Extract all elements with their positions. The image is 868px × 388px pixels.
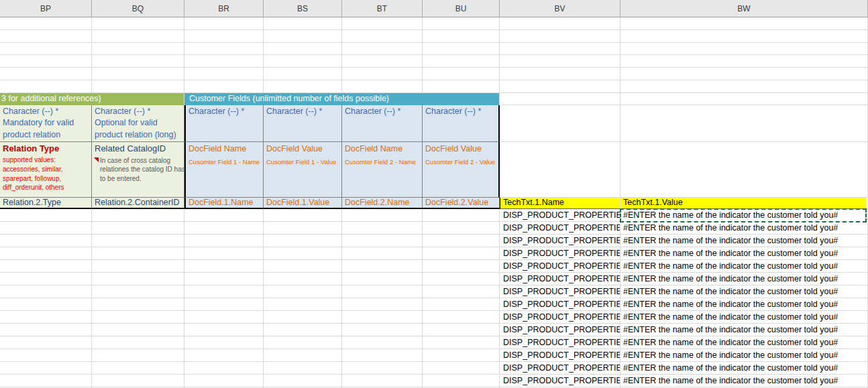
cell-empty[interactable] [264, 247, 342, 260]
cell-empty[interactable] [0, 362, 92, 375]
cell-empty[interactable] [423, 375, 500, 387]
cell-empty[interactable] [0, 324, 92, 336]
cell-empty[interactable] [500, 105, 620, 142]
cell-empty[interactable] [0, 285, 92, 298]
cell-techtxt-value[interactable]: #ENTER the name of the indicator the cus… [620, 362, 868, 375]
cell-empty[interactable] [92, 30, 184, 43]
cell-empty[interactable] [184, 235, 264, 247]
cell-empty[interactable] [0, 235, 92, 247]
cell-empty[interactable] [92, 80, 184, 93]
cell-type-character[interactable]: Character (--) * [264, 105, 342, 142]
cell-empty[interactable] [423, 17, 500, 30]
cell-techtxt-name[interactable]: DISP_PRODUCT_PROPERTIES [500, 273, 620, 285]
cell-empty[interactable] [184, 17, 264, 30]
cell-techtxt-name[interactable]: DISP_PRODUCT_PROPERTIES [500, 362, 620, 375]
cell-empty[interactable] [184, 43, 264, 56]
cell-empty[interactable] [184, 298, 264, 311]
cell-empty[interactable] [92, 375, 184, 387]
cell-empty[interactable] [92, 349, 184, 362]
cell-empty[interactable] [184, 336, 264, 349]
cell-empty[interactable] [423, 30, 500, 43]
cell-empty[interactable] [342, 43, 423, 56]
cell-empty[interactable] [423, 285, 500, 298]
cell-empty[interactable] [500, 17, 620, 30]
cell-empty[interactable] [92, 209, 184, 222]
cell-techtxt-name[interactable]: DISP_PRODUCT_PROPERTIES [500, 260, 620, 273]
cell-docfield2-name[interactable]: DocField.2.Name [342, 198, 423, 209]
cell-empty[interactable] [0, 30, 92, 43]
cell-empty[interactable] [184, 260, 264, 273]
cell-empty[interactable] [423, 235, 500, 247]
cell-empty[interactable] [620, 142, 868, 198]
cell-empty[interactable] [620, 68, 868, 80]
cell-empty[interactable] [0, 80, 92, 93]
cell-empty[interactable] [92, 311, 184, 324]
cell-techtxt-value[interactable]: #ENTER the name of the indicator the cus… [620, 298, 868, 311]
cell-empty[interactable] [92, 298, 184, 311]
cell-empty[interactable] [264, 235, 342, 247]
cell-empty[interactable] [620, 17, 868, 30]
cell-empty[interactable] [0, 375, 92, 387]
cell-relation2-type[interactable]: Relation.2.Type [0, 198, 92, 209]
cell-techtxt-name[interactable]: DISP_PRODUCT_PROPERTIES [500, 349, 620, 362]
cell-empty[interactable] [184, 247, 264, 260]
col-header-bw[interactable]: BW [620, 0, 868, 17]
cell-empty[interactable] [0, 43, 92, 56]
cell-empty[interactable] [264, 209, 342, 222]
cell-techtxt-value[interactable]: #ENTER the name of the indicator the cus… [620, 285, 868, 298]
cell-empty[interactable] [264, 80, 342, 93]
cell-empty[interactable] [264, 324, 342, 336]
cell-techtxt-value[interactable]: #ENTER the name of the indicator the cus… [620, 324, 868, 336]
cell-empty[interactable] [342, 209, 423, 222]
cell-techtxt-name[interactable]: DISP_PRODUCT_PROPERTIES [500, 311, 620, 324]
cell-techtxt-name[interactable]: DISP_PRODUCT_PROPERTIES [500, 285, 620, 298]
cell-docfield-value-2[interactable]: DocField Value Cusomter Field 2 - Value [423, 142, 500, 198]
cell-empty[interactable] [342, 55, 423, 68]
cell-empty[interactable] [92, 260, 184, 273]
cell-empty[interactable] [0, 55, 92, 68]
cell-empty[interactable] [92, 273, 184, 285]
cell-type-character[interactable]: Character (--) * [423, 105, 500, 142]
cell-techtxt-name-header[interactable]: TechTxt.1.Name [500, 198, 620, 209]
cell-type-character[interactable]: Character (--) * [184, 105, 264, 142]
cell-empty[interactable] [423, 55, 500, 68]
cell-empty[interactable] [184, 222, 264, 235]
cell-empty[interactable] [500, 93, 620, 105]
cell-empty[interactable] [423, 222, 500, 235]
cell-empty[interactable] [342, 285, 423, 298]
cell-docfield-name-1[interactable]: DocField Name Cusomter Field 1 - Name [184, 142, 264, 198]
cell-empty[interactable] [0, 298, 92, 311]
cell-empty[interactable] [264, 30, 342, 43]
cell-empty[interactable] [264, 375, 342, 387]
cell-empty[interactable] [342, 68, 423, 80]
cell-docfield-name-2[interactable]: DocField Name Cusomter Field 2 - Name [342, 142, 423, 198]
cell-empty[interactable] [342, 324, 423, 336]
cell-customer-fields-section-header[interactable]: Customer Fields (unlimitted number of fi… [184, 93, 500, 105]
cell-techtxt-name[interactable]: DISP_PRODUCT_PROPERTIES [500, 222, 620, 235]
cell-techtxt-value[interactable]: #ENTER the name of the indicator the cus… [620, 336, 868, 349]
cell-empty[interactable] [423, 324, 500, 336]
cell-empty[interactable] [92, 43, 184, 56]
cell-empty[interactable] [0, 222, 92, 235]
cell-empty[interactable] [92, 285, 184, 298]
cell-type-relation-optional[interactable]: Character (--) * Optional for valid prod… [92, 105, 184, 142]
col-header-bp[interactable]: BP [0, 0, 92, 17]
cell-empty[interactable] [342, 222, 423, 235]
cell-relations-section-header[interactable]: 3 for additional references) [0, 93, 184, 105]
cell-empty[interactable] [423, 247, 500, 260]
cell-docfield2-value[interactable]: DocField.2.Value [423, 198, 500, 209]
cell-docfield1-name[interactable]: DocField.1.Name [184, 198, 264, 209]
cell-empty[interactable] [184, 285, 264, 298]
cell-related-catalogid[interactable]: Related CatalogID In case of cross catal… [92, 142, 184, 198]
cell-empty[interactable] [92, 324, 184, 336]
cell-empty[interactable] [264, 260, 342, 273]
cell-techtxt-value[interactable]: #ENTER the name of the indicator the cus… [620, 209, 868, 222]
col-header-bu[interactable]: BU [423, 0, 500, 17]
cell-empty[interactable] [500, 68, 620, 80]
cell-techtxt-value[interactable]: #ENTER the name of the indicator the cus… [620, 311, 868, 324]
cell-empty[interactable] [264, 17, 342, 30]
cell-empty[interactable] [184, 209, 264, 222]
cell-empty[interactable] [184, 362, 264, 375]
cell-empty[interactable] [342, 235, 423, 247]
cell-empty[interactable] [0, 68, 92, 80]
